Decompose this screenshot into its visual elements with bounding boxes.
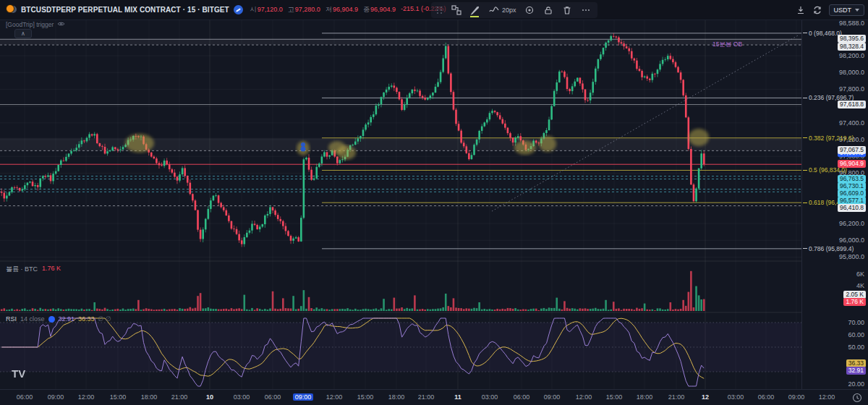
fib-level-label: 0 (98,468.0) xyxy=(803,30,842,37)
rsi-title: RSI xyxy=(6,315,17,323)
time-tick: 09:00 xyxy=(287,393,319,401)
time-tick: 21:00 xyxy=(410,393,442,401)
timezone-clock-icon[interactable] xyxy=(852,393,862,403)
chart-title[interactable]: BTCUSDTPERP PERPETUAL MIX CONTRACT · 15 … xyxy=(21,6,229,14)
price-badge: 97,067.5 xyxy=(838,146,866,154)
rsi-ma-value: 36.33 xyxy=(78,315,95,323)
trash-icon[interactable] xyxy=(562,5,573,16)
download-icon[interactable] xyxy=(796,5,807,16)
time-tick: 06:00 xyxy=(9,393,41,401)
rsi-params: 14 close xyxy=(20,315,45,323)
time-tick: 06:00 xyxy=(257,393,289,401)
time-tick: 03:00 xyxy=(474,393,506,401)
price-axis-border xyxy=(801,20,802,389)
fib-tick-mark xyxy=(803,170,807,171)
indicator-row-script[interactable]: [GoodTrip] trigger xyxy=(6,21,65,28)
time-tick: 15:00 xyxy=(598,393,630,401)
time-tick: 09:00 xyxy=(780,393,812,401)
fib-label-text: 0.382 (97,219.6) xyxy=(809,135,854,142)
currency-value: USDT xyxy=(834,7,852,14)
time-tick: 03:00 xyxy=(720,393,752,401)
time-tick: 18:00 xyxy=(629,393,660,401)
time-axis[interactable]: 06:0009:0012:0015:0018:0021:001003:0006:… xyxy=(0,389,868,405)
time-tick: 03:00 xyxy=(226,393,258,401)
highlight-blob xyxy=(689,129,709,146)
more-options-icon[interactable] xyxy=(581,5,592,16)
time-tick: 09:00 xyxy=(40,393,72,401)
target-icon[interactable] xyxy=(524,5,535,16)
high-value: 97,280.0 xyxy=(295,6,320,13)
price-tick: 98,200.0 xyxy=(839,52,864,59)
fib-label-text: 0 (98,468.0) xyxy=(809,30,842,37)
order-block-label: 15분봉 OB xyxy=(712,40,742,49)
fib-tick-mark xyxy=(803,33,807,33)
time-tick: 06:00 xyxy=(750,393,782,401)
highlight-blob xyxy=(337,145,356,160)
price-tick: 95,800.0 xyxy=(839,253,864,260)
drag-handle-icon[interactable] xyxy=(437,7,443,14)
open-label: 시 xyxy=(250,6,257,13)
chart-marker xyxy=(301,142,305,147)
time-tick: 12 xyxy=(689,393,721,401)
price-axis[interactable]: 98,588.098,200.098,000.097,800.097,400.0… xyxy=(801,0,868,389)
currency-dropdown[interactable]: USDT xyxy=(829,4,865,16)
refresh-icon[interactable] xyxy=(812,5,823,16)
rsi-tick: 20.00 xyxy=(848,380,864,388)
tradingview-logo[interactable]: TV xyxy=(12,367,25,380)
fib-tick-mark xyxy=(803,137,807,138)
time-tick: 21:00 xyxy=(163,393,195,401)
time-tick: 12:00 xyxy=(811,393,843,401)
low-label: 저 xyxy=(326,6,332,13)
fib-label-text: 0.786 (95,899.4) xyxy=(809,245,854,252)
close-value: 96,904.9 xyxy=(370,6,396,13)
freehand-brush-icon[interactable] xyxy=(488,5,499,16)
high-label: 고 xyxy=(288,6,294,13)
time-tick: 21:00 xyxy=(660,393,692,401)
rsi-tick: 50.00 xyxy=(848,344,864,351)
volume-tick: 6K xyxy=(856,270,864,278)
pencil-color-swatch xyxy=(470,16,479,17)
price-tick: 96,200.0 xyxy=(839,220,864,227)
price-tick: 97,400.0 xyxy=(839,119,864,127)
chart-marker xyxy=(301,147,306,152)
price-tick: 98,588.0 xyxy=(839,20,864,27)
highlight-blob xyxy=(125,134,154,153)
symbol-row[interactable]: BTCUSDTPERP PERPETUAL MIX CONTRACT · 15 … xyxy=(6,3,446,16)
price-badge: 97,618.8 xyxy=(838,101,866,108)
chevron-down-icon xyxy=(855,9,859,12)
rsi-empty-values: ∅ ∅ xyxy=(98,315,111,323)
time-tick: 12:00 xyxy=(568,393,600,401)
price-zone-band xyxy=(0,39,801,45)
price-badge: 98,395.6 xyxy=(838,35,866,43)
price-tick: 96,000.0 xyxy=(839,236,864,244)
brush-size-label[interactable]: 20px xyxy=(502,7,516,14)
volume-label: 볼륨 · BTC xyxy=(6,265,38,274)
pencil-icon[interactable] xyxy=(469,5,480,16)
price-badge: 96,904.9 xyxy=(838,160,866,168)
script-indicator-label: [GoodTrip] trigger xyxy=(6,21,54,28)
time-tick: 06:00 xyxy=(506,393,537,401)
time-tick: 10 xyxy=(194,393,226,401)
time-tick: 11 xyxy=(442,393,474,401)
volume-value: 1.76 K xyxy=(42,265,61,274)
time-tick: 12:00 xyxy=(318,393,350,401)
top-toolbar: BTCUSDTPERP PERPETUAL MIX CONTRACT · 15 … xyxy=(0,0,868,20)
eye-icon[interactable] xyxy=(57,21,65,28)
open-value: 97,120.0 xyxy=(258,6,283,13)
highlight-blob xyxy=(514,140,536,155)
chart-canvas[interactable] xyxy=(0,20,801,389)
fib-level-label: 0.786 (95,899.4) xyxy=(803,245,854,252)
time-tick: 15:00 xyxy=(102,393,134,401)
object-tree-icon[interactable] xyxy=(451,5,461,16)
volume-pane-legend[interactable]: 볼륨 · BTC 1.76 K xyxy=(6,265,61,274)
close-label: 종 xyxy=(363,6,370,13)
drawing-toolbar: 20px xyxy=(431,2,597,18)
collapse-legend-button[interactable]: ∧ xyxy=(14,29,32,38)
price-tick: 98,000.0 xyxy=(839,69,864,76)
indicator-badge: 1.76 K xyxy=(843,298,866,306)
lock-icon[interactable] xyxy=(543,5,554,16)
rsi-pane-legend[interactable]: RSI 14 close 32.91 36.33 ∅ ∅ xyxy=(6,315,111,323)
broker-icon xyxy=(234,5,243,14)
low-value: 96,904.9 xyxy=(333,6,358,13)
ohlc-legend: 시97,120.0 고97,280.0 저96,904.9 종96,904.9 … xyxy=(250,5,446,14)
